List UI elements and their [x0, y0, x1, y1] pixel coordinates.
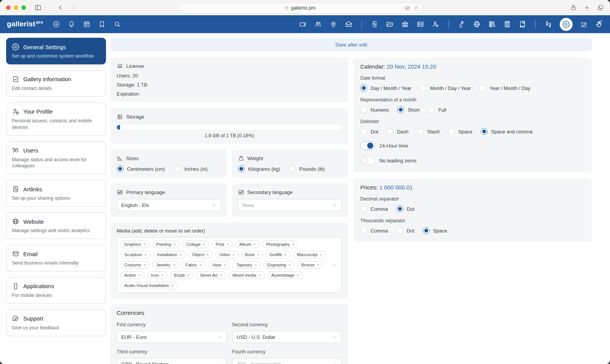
- media-tag-graffiti[interactable]: Graffiti×: [266, 251, 291, 258]
- artwork-frame-icon[interactable]: [299, 20, 307, 28]
- folder-open-icon[interactable]: [386, 20, 394, 28]
- remove-tag-icon[interactable]: ×: [254, 263, 257, 267]
- remove-tag-icon[interactable]: ×: [320, 252, 322, 257]
- sidebar-toggle-icon[interactable]: [34, 4, 47, 11]
- remove-tag-icon[interactable]: ×: [180, 252, 182, 257]
- media-tag-painting[interactable]: Painting×: [152, 241, 180, 248]
- media-tag-mixed-media[interactable]: Mixed media×: [229, 271, 265, 279]
- share-icon[interactable]: [570, 4, 577, 11]
- calendar-representation-of-a-month-radio-numeric[interactable]: Numeric: [360, 106, 389, 113]
- media-tag-engraving[interactable]: Engraving×: [263, 261, 295, 269]
- media-tag-installation[interactable]: Installation×: [153, 251, 186, 258]
- prices-decimal-separator-radio-dot[interactable]: Dot: [396, 205, 414, 212]
- bell-icon[interactable]: [67, 20, 75, 28]
- calendar-delimiter-radio-slash[interactable]: Slash: [417, 128, 440, 135]
- mail-artwork-icon[interactable]: [345, 20, 353, 28]
- remove-tag-icon[interactable]: ×: [207, 252, 209, 257]
- remove-tag-icon[interactable]: ×: [284, 252, 286, 257]
- media-tag-album[interactable]: Album×: [235, 241, 260, 248]
- remove-tag-icon[interactable]: ×: [292, 242, 295, 247]
- media-tag-print[interactable]: Print×: [212, 241, 233, 248]
- prices-decimal-separator-radio-comma[interactable]: Comma: [360, 205, 388, 212]
- calculator-icon[interactable]: [503, 20, 511, 28]
- media-tag-manuscript[interactable]: Manuscript×: [293, 251, 326, 258]
- footprints-icon[interactable]: [544, 20, 552, 28]
- sidebar-item-email[interactable]: EmailSend business emails internally: [6, 245, 106, 271]
- remove-tag-icon[interactable]: ×: [257, 252, 259, 257]
- tab-overview-icon[interactable]: [597, 4, 604, 11]
- remove-tag-icon[interactable]: ×: [258, 273, 261, 277]
- minimize-window-button[interactable]: [14, 5, 18, 10]
- chevron-down-icon[interactable]: [331, 262, 337, 268]
- remove-tag-icon[interactable]: ×: [161, 273, 164, 277]
- media-tag-costume[interactable]: Costume×: [120, 261, 149, 269]
- catalog-book-icon[interactable]: [518, 20, 527, 28]
- second-currency-select[interactable]: USD - U.S. Dollar: [232, 331, 342, 343]
- media-tag-fabric[interactable]: Fabric×: [181, 261, 205, 269]
- media-tag-vase[interactable]: Vase×: [208, 261, 230, 269]
- sizes-radio-centimeters-cm[interactable]: Centimeters (cm): [117, 165, 165, 172]
- fourth-currency-select[interactable]: JPY - Japanese Yen: [232, 358, 342, 364]
- app-logo[interactable]: galleristpro: [7, 20, 43, 28]
- remove-tag-icon[interactable]: ×: [317, 263, 319, 267]
- remove-tag-icon[interactable]: ×: [171, 283, 173, 288]
- media-tag-street-art[interactable]: Street Art×: [196, 271, 226, 279]
- plus-circle-icon[interactable]: [52, 20, 60, 28]
- remove-tag-icon[interactable]: ×: [173, 242, 176, 247]
- remove-tag-icon[interactable]: ×: [220, 273, 222, 277]
- museum-icon[interactable]: [401, 20, 409, 28]
- calendar-date-format-radio-day-month-year[interactable]: Day / Month / Year: [360, 85, 411, 91]
- back-button[interactable]: [57, 4, 64, 11]
- prices-thousands-separator-radio-comma[interactable]: Comma: [360, 227, 388, 234]
- calendar-date-format-radio-month-day-year[interactable]: Month / Day / Year: [420, 85, 471, 91]
- sidebar-item-website[interactable]: WebsiteManage settings and visitor analy…: [6, 212, 106, 239]
- sidebar-item-your-profile[interactable]: Your ProfilePersonal access, contacts an…: [6, 103, 106, 136]
- no-leading-zeros-toggle[interactable]: [360, 156, 375, 165]
- id-card-icon[interactable]: [416, 20, 424, 28]
- media-tag-video[interactable]: Video×: [215, 251, 238, 258]
- forward-button[interactable]: [70, 4, 77, 11]
- 24-hour-time-toggle[interactable]: [360, 141, 375, 150]
- sidebar-item-users[interactable]: UsersManage status and access level for …: [6, 141, 106, 175]
- gear-icon-active[interactable]: [560, 18, 573, 31]
- calendar-delimiter-radio-dot[interactable]: Dot: [360, 128, 378, 135]
- weight-radio-kilograms-kg[interactable]: Kilograms (kg): [238, 165, 280, 172]
- media-tag-collage[interactable]: Collage×: [183, 241, 209, 248]
- remove-tag-icon[interactable]: ×: [223, 263, 226, 267]
- media-tag-action[interactable]: Action×: [120, 271, 144, 279]
- remove-tag-icon[interactable]: ×: [144, 252, 146, 257]
- coffee-tray-icon[interactable]: [580, 20, 588, 28]
- phone-document-icon[interactable]: [371, 20, 379, 28]
- sidebar-item-artlinks[interactable]: ArtlinksSet up your sharing options: [6, 180, 106, 207]
- address-bar[interactable]: gallerist.pro: [178, 3, 422, 13]
- prices-thousands-separator-radio-space[interactable]: Space: [423, 227, 447, 234]
- media-tag-jewelry[interactable]: Jewelry×: [152, 261, 179, 269]
- media-tag-tapestry[interactable]: Tapestry×: [233, 261, 261, 269]
- third-currency-select[interactable]: GBP - Pound Sterling: [117, 358, 227, 364]
- new-tab-icon[interactable]: [584, 5, 590, 11]
- zoom-window-button[interactable]: [21, 5, 26, 10]
- sidebar-item-general-settings[interactable]: General SettingsSet up and customise sys…: [6, 38, 106, 64]
- weight-radio-pounds-lb[interactable]: Pounds (lb): [289, 165, 324, 172]
- secondary-language-select[interactable]: None: [238, 199, 342, 211]
- calendar-date-format-radio-year-month-day[interactable]: Year / Month / Day: [479, 85, 530, 91]
- people-icon[interactable]: [314, 20, 322, 28]
- media-tag-assemblage[interactable]: Assemblage×: [268, 271, 303, 279]
- globe-icon[interactable]: [473, 20, 481, 28]
- calendar-delimiter-radio-space-and-comma[interactable]: Space and comma: [481, 128, 532, 135]
- calendar-icon[interactable]: [83, 20, 91, 28]
- media-tag-object[interactable]: Object×: [188, 251, 213, 258]
- location-pin-icon[interactable]: [329, 20, 337, 28]
- remove-tag-icon[interactable]: ×: [187, 273, 189, 277]
- remove-tag-icon[interactable]: ×: [138, 273, 141, 277]
- remove-tag-icon[interactable]: ×: [173, 263, 175, 267]
- sidebar-item-support[interactable]: SupportGive us your feedback: [6, 309, 106, 336]
- sizes-radio-inches-in[interactable]: Inches (in): [174, 165, 208, 172]
- media-tag-etude[interactable]: Etude×: [170, 271, 193, 279]
- media-tag-photography[interactable]: Photography×: [262, 241, 299, 248]
- close-window-button[interactable]: [6, 5, 11, 10]
- media-tag-icon[interactable]: Icon×: [147, 271, 167, 279]
- remove-tag-icon[interactable]: ×: [288, 263, 291, 267]
- primary-language-select[interactable]: English - EN: [117, 199, 221, 211]
- first-currency-select[interactable]: EUR - Euro: [117, 331, 227, 343]
